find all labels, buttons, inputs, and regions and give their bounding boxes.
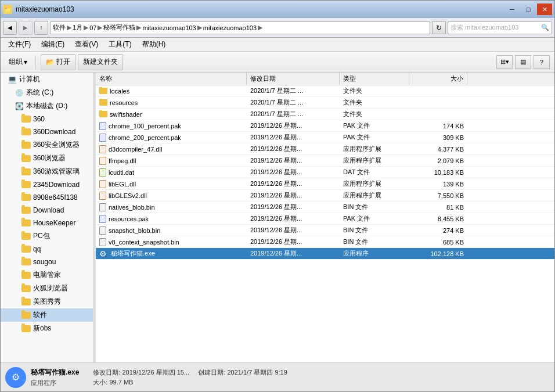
file-date-cell: 2019/12/26 星期... bbox=[247, 225, 340, 235]
file-row[interactable]: natives_blob.bin 2019/12/26 星期... BIN 文件… bbox=[96, 202, 554, 213]
file-size-cell bbox=[409, 102, 467, 103]
sidebar-item-d-drive[interactable]: 💽 本地磁盘 (D:) bbox=[1, 99, 93, 113]
file-name-cell: libEGL.dll bbox=[96, 179, 247, 189]
titlebar: 📁 mitaxiezuomao103 ─ □ ✕ bbox=[1, 1, 554, 18]
sidebar-item-housekeeper[interactable]: HouseKeeper bbox=[1, 217, 93, 229]
window-title: mitaxiezuomao103 bbox=[16, 5, 74, 13]
menu-tools[interactable]: 工具(T) bbox=[103, 38, 136, 51]
file-type-cell: 应用程序扩展 bbox=[340, 179, 409, 189]
sidebar-item-8908[interactable]: 8908e645f138 bbox=[1, 191, 93, 204]
sidebar-item-label: 8908e645f138 bbox=[33, 193, 78, 202]
maximize-button[interactable]: □ bbox=[521, 3, 536, 15]
up-button[interactable]: ↑ bbox=[34, 21, 48, 35]
file-type-cell: PAK 文件 bbox=[340, 132, 409, 142]
sidebar-item-ruanjian[interactable]: 软件 bbox=[1, 308, 93, 322]
file-row[interactable]: v8_context_snapshot.bin 2019/12/26 星期...… bbox=[96, 236, 554, 248]
exe-icon: ⚙ bbox=[99, 249, 107, 258]
file-row[interactable]: swiftshader 2020/1/7 星期二 ... 文件夹 bbox=[96, 109, 554, 120]
menu-view[interactable]: 查看(V) bbox=[70, 38, 103, 51]
file-row[interactable]: resources.pak 2019/12/26 星期... PAK 文件 8,… bbox=[96, 213, 554, 225]
file-row[interactable]: libEGL.dll 2019/12/26 星期... 应用程序扩展 139 K… bbox=[96, 178, 554, 190]
file-row[interactable]: icudtl.dat 2019/12/26 星期... DAT 文件 10,18… bbox=[96, 167, 554, 178]
file-size-cell: 139 KB bbox=[409, 180, 467, 188]
minimize-button[interactable]: ─ bbox=[504, 3, 520, 15]
file-row[interactable]: d3dcompiler_47.dll 2019/12/26 星期... 应用程序… bbox=[96, 143, 554, 155]
file-type-cell: 应用程序扩展 bbox=[340, 190, 409, 200]
file-size-cell: 81 KB bbox=[409, 203, 467, 211]
menu-help[interactable]: 帮助(H) bbox=[137, 38, 171, 51]
sidebar-item-360browser[interactable]: 360安全浏览器 bbox=[1, 138, 93, 152]
file-size-cell bbox=[409, 91, 467, 92]
file-date-cell: 2019/12/26 星期... bbox=[247, 249, 340, 258]
col-header-size[interactable]: 大小 bbox=[409, 73, 467, 85]
sidebar-item-360download[interactable]: 360Download bbox=[1, 125, 93, 138]
new-folder-button[interactable]: 新建文件夹 bbox=[78, 54, 123, 70]
open-button[interactable]: 📂 打开 bbox=[41, 54, 75, 70]
sidebar-item-label: 360游戏管家璃 bbox=[33, 167, 80, 177]
view-pane-button[interactable]: ▤ bbox=[515, 55, 531, 69]
search-box[interactable]: 搜索 mitaxiezuomao103 🔍 bbox=[448, 21, 552, 34]
file-name-cell: natives_blob.bin bbox=[96, 203, 247, 212]
titlebar-left: 📁 mitaxiezuomao103 bbox=[3, 5, 74, 14]
sidebar-item-label: PC包 bbox=[33, 231, 50, 241]
breadcrumb[interactable]: 软件 ▶ 1月 ▶ 07 ▶ 秘塔写作猫 ▶ mitaxiezuomao103 … bbox=[50, 21, 430, 34]
file-type-cell: 文件夹 bbox=[340, 109, 409, 119]
file-row[interactable]: ffmpeg.dll 2019/12/26 星期... 应用程序扩展 2,079… bbox=[96, 155, 554, 167]
close-button[interactable]: ✕ bbox=[537, 3, 552, 15]
sidebar-item-360browser2[interactable]: 360浏览器 bbox=[1, 152, 93, 165]
sidebar-item-firefox[interactable]: 火狐浏览器 bbox=[1, 282, 93, 295]
file-type-cell: 文件夹 bbox=[340, 86, 409, 96]
sidebar-item-computer[interactable]: 💻 计算机 bbox=[1, 73, 93, 86]
menu-file[interactable]: 文件(F) bbox=[3, 38, 36, 51]
sidebar-item-2345[interactable]: 2345Download bbox=[1, 178, 93, 191]
statusbar-file-icon: ⚙ bbox=[5, 367, 26, 388]
file-row[interactable]: libGLESv2.dll 2019/12/26 星期... 应用程序扩展 7,… bbox=[96, 190, 554, 202]
file-size-cell: 8,455 KB bbox=[409, 215, 467, 223]
breadcrumb-item: 07 bbox=[89, 24, 96, 31]
refresh-button[interactable]: ↻ bbox=[432, 21, 446, 34]
back-button[interactable]: ◀ bbox=[3, 21, 17, 35]
file-size-cell: 7,550 KB bbox=[409, 192, 467, 200]
file-name-cell: d3dcompiler_47.dll bbox=[96, 145, 247, 154]
sidebar-item-newobs[interactable]: 新obs bbox=[1, 322, 93, 335]
help-button[interactable]: ? bbox=[534, 55, 550, 69]
bin-icon bbox=[99, 203, 106, 211]
file-row[interactable]: chrome_200_percent.pak 2019/12/26 星期... … bbox=[96, 132, 554, 143]
breadcrumb-item: 1月 bbox=[73, 23, 82, 32]
folder-8908-icon bbox=[21, 193, 31, 202]
file-name-cell: ffmpeg.dll bbox=[96, 156, 247, 166]
file-name-cell: v8_context_snapshot.bin bbox=[96, 238, 247, 247]
menu-edit[interactable]: 编辑(E) bbox=[36, 38, 70, 51]
folder-2345-icon bbox=[21, 180, 31, 189]
sidebar-item-download[interactable]: Download bbox=[1, 204, 93, 217]
dll-icon bbox=[99, 145, 106, 153]
statusbar-size: 大小: 99.7 MB bbox=[93, 378, 287, 387]
sidebar-item-360[interactable]: 360 bbox=[1, 113, 93, 125]
file-row[interactable]: locales 2020/1/7 星期二 ... 文件夹 bbox=[96, 85, 554, 97]
view-dropdown-button[interactable]: ⊞▾ bbox=[496, 55, 513, 69]
folder-rj-icon bbox=[21, 311, 31, 320]
col-header-name[interactable]: 名称 bbox=[96, 73, 247, 85]
sidebar-item-pc[interactable]: PC包 bbox=[1, 229, 93, 243]
file-date-cell: 2019/12/26 星期... bbox=[247, 167, 340, 177]
organize-button[interactable]: 组织 ▾ bbox=[5, 54, 31, 70]
pak-icon bbox=[99, 122, 106, 130]
forward-button[interactable]: ▶ bbox=[19, 21, 33, 35]
sidebar-item-360game[interactable]: 360游戏管家璃 bbox=[1, 165, 93, 178]
sidebar-item-pcmanager[interactable]: 电脑管家 bbox=[1, 268, 93, 282]
file-row[interactable]: chrome_100_percent.pak 2019/12/26 星期... … bbox=[96, 120, 554, 132]
file-date-cell: 2019/12/26 星期... bbox=[247, 144, 340, 154]
pak-icon bbox=[99, 215, 106, 223]
col-header-date[interactable]: 修改日期 bbox=[247, 73, 340, 85]
folder-ff-icon bbox=[21, 284, 31, 293]
toolbar-right: ⊞▾ ▤ ? bbox=[496, 55, 550, 69]
organize-dropdown-icon: ▾ bbox=[24, 58, 27, 66]
sidebar-item-qq[interactable]: qq bbox=[1, 243, 93, 256]
file-row[interactable]: resources 2020/1/7 星期二 ... 文件夹 bbox=[96, 97, 554, 109]
file-row[interactable]: snapshot_blob.bin 2019/12/26 星期... BIN 文… bbox=[96, 225, 554, 236]
sidebar-item-sougou[interactable]: sougou bbox=[1, 256, 93, 268]
file-row-selected[interactable]: ⚙ 秘塔写作猫.exe 2019/12/26 星期... 应用程序 102,12… bbox=[96, 248, 554, 260]
col-header-type[interactable]: 类型 bbox=[340, 73, 409, 85]
sidebar-item-c-drive[interactable]: 💿 系统 (C:) bbox=[1, 86, 93, 99]
sidebar-item-meitu[interactable]: 美图秀秀 bbox=[1, 295, 93, 308]
